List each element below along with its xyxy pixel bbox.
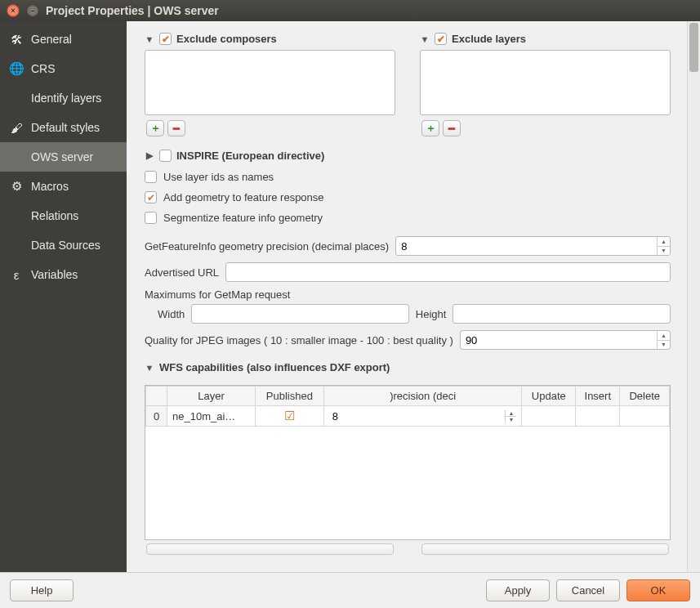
check-icon: ☑ (284, 409, 295, 422)
brush-icon: 🖌 (8, 119, 25, 136)
exclude-composers-list[interactable] (145, 50, 395, 115)
table-header-index[interactable] (146, 387, 167, 406)
width-input[interactable] (191, 304, 409, 324)
ows-icon (8, 149, 25, 165)
checkbox-label: Segmentize feature info geometry (163, 212, 323, 224)
gear-icon: ⚙ (8, 178, 25, 194)
sidebar-item-label: Default styles (31, 121, 100, 134)
sidebar-item-macros[interactable]: ⚙ Macros (0, 172, 127, 201)
sidebar-item-default-styles[interactable]: 🖌 Default styles (0, 113, 127, 142)
add-composer-button[interactable]: ＋ (146, 120, 164, 136)
jpeg-quality-label: Quality for JPEG images ( 10 : smaller i… (145, 334, 453, 346)
checkbox-segmentize[interactable]: ✔ (145, 212, 157, 224)
section-exclude-layers[interactable]: ▼ ✔ Exclude layers (420, 33, 671, 50)
sidebar-item-relations[interactable]: Relations (0, 201, 127, 230)
sidebar-item-label: OWS server (31, 150, 93, 163)
section-exclude-composers[interactable]: ▼ ✔ Exclude composers (145, 33, 395, 50)
sidebar-item-label: Relations (31, 209, 78, 222)
cell-published[interactable]: ☑ (255, 406, 323, 427)
cancel-button[interactable]: Cancel (556, 579, 620, 601)
sidebar-item-data-sources[interactable]: Data Sources (0, 230, 127, 260)
table-header-published[interactable]: Published (255, 387, 323, 406)
table-header-insert[interactable]: Insert (576, 387, 620, 406)
spin-buttons[interactable]: ▲▼ (657, 237, 670, 255)
scrollbar[interactable] (687, 21, 700, 572)
chevron-right-icon: ▶ (145, 150, 154, 161)
checkbox-add-geometry[interactable]: ✔ (145, 191, 157, 203)
checkbox-exclude-composers[interactable]: ✔ (159, 33, 172, 45)
chevron-down-icon: ▼ (145, 34, 154, 44)
globe-icon: 🌐 (8, 60, 25, 77)
section-label: WFS capabilities (also influences DXF ex… (159, 361, 390, 373)
table-header-layer[interactable]: Layer (167, 387, 256, 406)
row-index: 0 (146, 406, 167, 427)
cell-precision[interactable]: ▲▼ (323, 406, 522, 427)
wrench-icon: 🛠 (8, 31, 25, 47)
section-label: INSPIRE (European directive) (176, 150, 324, 162)
relations-icon (8, 208, 25, 224)
chevron-down-icon: ▼ (145, 363, 154, 373)
table-header-delete[interactable]: Delete (620, 387, 670, 406)
window-title: Project Properties | OWS server (46, 4, 219, 17)
sidebar-item-crs[interactable]: 🌐 CRS (0, 54, 127, 83)
checkbox-exclude-layers[interactable]: ✔ (435, 33, 447, 45)
sidebar-item-variables[interactable]: ε Variables (0, 260, 127, 289)
chevron-down-icon: ▼ (420, 34, 430, 44)
dialog-footer: Help Apply Cancel OK (0, 572, 700, 608)
add-layer-button[interactable]: ＋ (421, 120, 439, 136)
select-all-button-stub[interactable] (146, 543, 394, 555)
sidebar-item-general[interactable]: 🛠 General (0, 25, 127, 54)
cell-delete[interactable] (620, 406, 670, 427)
sidebar-item-label: CRS (31, 62, 56, 75)
checkbox-use-layer-ids[interactable]: ✔ (145, 171, 157, 183)
advertised-url-input[interactable] (225, 262, 671, 282)
table-row[interactable]: 0 ne_10m_ai… ☑ ▲▼ (146, 406, 670, 427)
ows-panel: ▼ ✔ Exclude composers ＋ ━ ▼ ✔ Excl (127, 21, 687, 572)
cell-layer[interactable]: ne_10m_ai… (167, 406, 256, 427)
section-inspire[interactable]: ▶ ✔ INSPIRE (European directive) (145, 150, 671, 167)
ok-button[interactable]: OK (626, 579, 690, 601)
getfeatureinfo-precision-input[interactable] (395, 236, 671, 256)
identify-icon (8, 90, 25, 106)
sidebar-item-label: General (31, 33, 72, 46)
section-label: Exclude layers (452, 33, 526, 45)
jpeg-quality-input[interactable] (460, 330, 671, 350)
advertised-url-label: Advertised URL (145, 266, 219, 279)
maximums-label: Maximums for GetMap request (145, 288, 290, 301)
table-header-update[interactable]: Update (522, 387, 576, 406)
spin-buttons[interactable]: ▲▼ (657, 331, 670, 349)
deselect-all-button-stub[interactable] (421, 543, 669, 555)
datasources-icon (8, 237, 25, 253)
checkbox-inspire[interactable]: ✔ (159, 150, 172, 162)
minimize-icon[interactable]: – (26, 4, 39, 17)
exclude-layers-list[interactable] (420, 50, 671, 115)
height-label: Height (416, 308, 447, 320)
sidebar-item-identify-layers[interactable]: Identify layers (0, 83, 127, 113)
checkbox-label: Add geometry to feature response (163, 191, 324, 203)
scroll-thumb[interactable] (689, 23, 698, 72)
apply-button[interactable]: Apply (486, 579, 550, 601)
wfs-table[interactable]: Layer Published )recision (deci Update I… (145, 385, 671, 540)
close-icon[interactable]: × (7, 4, 20, 17)
checkbox-label: Use layer ids as names (163, 171, 274, 183)
table-header-precision[interactable]: )recision (deci (323, 387, 522, 406)
cell-precision-input[interactable] (329, 410, 506, 422)
help-button[interactable]: Help (10, 579, 74, 601)
remove-composer-button[interactable]: ━ (167, 120, 185, 136)
epsilon-icon: ε (8, 266, 25, 283)
sidebar-item-label: Macros (31, 180, 69, 193)
height-input[interactable] (453, 304, 671, 324)
width-label: Width (158, 308, 185, 320)
cell-insert[interactable] (576, 406, 620, 427)
remove-layer-button[interactable]: ━ (443, 120, 461, 136)
getfeatureinfo-precision-label: GetFeatureInfo geometry precision (decim… (145, 240, 389, 253)
sidebar-item-label: Identify layers (31, 92, 101, 105)
sidebar-item-label: Data Sources (31, 239, 100, 252)
section-label: Exclude composers (176, 33, 277, 45)
section-wfs-capabilities[interactable]: ▼ WFS capabilities (also influences DXF … (145, 361, 671, 378)
spin-buttons[interactable]: ▲▼ (505, 410, 516, 422)
sidebar-item-label: Variables (31, 268, 78, 281)
cell-update[interactable] (522, 406, 576, 427)
sidebar-item-ows-server[interactable]: OWS server (0, 142, 127, 172)
titlebar: × – Project Properties | OWS server (0, 0, 700, 21)
